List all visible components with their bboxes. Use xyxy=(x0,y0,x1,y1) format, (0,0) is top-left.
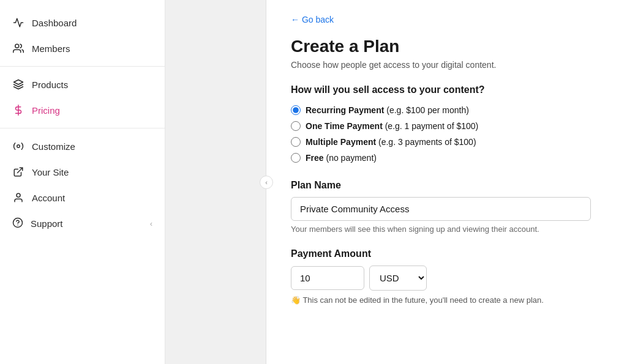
sidebar-item-your-site[interactable]: Your Site xyxy=(0,159,165,185)
payment-amount-section: Payment Amount USD EUR GBP CAD AUD 👋 Thi… xyxy=(291,248,603,305)
radio-recurring-desc: (e.g. $100 per month) xyxy=(386,105,469,115)
page-subtitle: Choose how people get access to your dig… xyxy=(291,60,603,70)
radio-one-time-input[interactable] xyxy=(291,121,301,131)
your-site-icon xyxy=(12,166,24,178)
account-icon xyxy=(12,191,24,204)
svg-point-2 xyxy=(17,145,20,148)
amount-input[interactable] xyxy=(291,266,364,290)
svg-point-4 xyxy=(17,193,20,197)
sidebar-item-members-label: Members xyxy=(32,43,70,54)
sidebar-item-members[interactable]: Members xyxy=(0,35,165,61)
main-content: ← Go back Create a Plan Choose how peopl… xyxy=(266,0,627,364)
radio-recurring[interactable]: Recurring Payment (e.g. $100 per month) xyxy=(291,105,603,115)
sidebar-item-dashboard-label: Dashboard xyxy=(32,18,77,28)
radio-multiple-label: Multiple Payment xyxy=(306,137,376,147)
sidebar-item-support-label: Support xyxy=(31,218,63,229)
sidebar-item-pricing-label: Pricing xyxy=(32,105,60,116)
svg-line-3 xyxy=(18,168,23,173)
page-title: Create a Plan xyxy=(291,37,603,56)
sidebar-item-customize-label: Customize xyxy=(32,141,75,152)
sidebar-item-account-label: Account xyxy=(32,193,65,203)
radio-multiple[interactable]: Multiple Payment (e.g. 3 payments of $10… xyxy=(291,137,603,147)
collapse-button[interactable]: ‹ xyxy=(260,176,273,189)
payment-amount-label: Payment Amount xyxy=(291,248,603,259)
support-icon xyxy=(12,217,23,230)
payment-question: How will you sell access to your content… xyxy=(291,84,603,95)
products-icon xyxy=(12,78,24,91)
currency-select[interactable]: USD EUR GBP CAD AUD xyxy=(369,266,427,291)
radio-one-time[interactable]: One Time Payment (e.g. 1 payment of $100… xyxy=(291,121,603,131)
sidebar: Dashboard Members Products Pricing Custo… xyxy=(0,0,165,364)
plan-name-input[interactable] xyxy=(291,197,591,221)
radio-free[interactable]: Free (no payment) xyxy=(291,153,603,163)
payment-type-group: Recurring Payment (e.g. $100 per month) … xyxy=(291,105,603,163)
radio-free-desc: (no payment) xyxy=(326,153,376,163)
dashboard-icon xyxy=(12,17,24,29)
sidebar-item-support[interactable]: Support ‹ xyxy=(0,210,165,237)
middle-panel: ‹ xyxy=(165,0,266,364)
radio-recurring-label: Recurring Payment xyxy=(306,105,384,115)
svg-point-0 xyxy=(15,44,19,48)
plan-name-label: Plan Name xyxy=(291,180,603,191)
customize-icon xyxy=(12,140,24,152)
plan-name-help: Your members will see this when signing … xyxy=(291,225,603,234)
sidebar-item-dashboard[interactable]: Dashboard xyxy=(0,10,165,35)
radio-recurring-input[interactable] xyxy=(291,105,301,115)
plan-name-section: Plan Name Your members will see this whe… xyxy=(291,180,603,234)
payment-amount-row: USD EUR GBP CAD AUD xyxy=(291,266,603,291)
radio-multiple-input[interactable] xyxy=(291,137,301,147)
sidebar-item-customize[interactable]: Customize xyxy=(0,133,165,159)
radio-free-label: Free xyxy=(306,153,324,163)
payment-warning: 👋 This can not be edited in the future, … xyxy=(291,295,603,305)
collapse-arrow-icon[interactable]: ‹ xyxy=(150,219,152,228)
radio-one-time-label: One Time Payment xyxy=(306,121,383,131)
sidebar-item-products[interactable]: Products xyxy=(0,72,165,97)
go-back-link[interactable]: ← Go back xyxy=(291,15,334,24)
sidebar-item-pricing[interactable]: Pricing xyxy=(0,97,165,123)
sidebar-item-your-site-label: Your Site xyxy=(32,167,69,177)
sidebar-item-products-label: Products xyxy=(32,80,68,90)
radio-free-input[interactable] xyxy=(291,153,301,163)
radio-one-time-desc: (e.g. 1 payment of $100) xyxy=(385,121,479,131)
radio-multiple-desc: (e.g. 3 payments of $100) xyxy=(378,137,476,147)
sidebar-item-account[interactable]: Account xyxy=(0,185,165,210)
members-icon xyxy=(12,42,24,54)
pricing-icon xyxy=(12,104,24,116)
